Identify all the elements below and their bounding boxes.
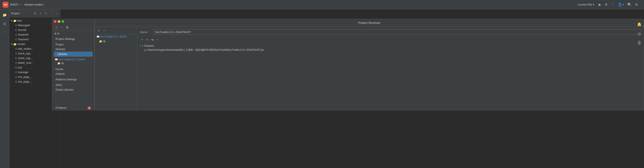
nav-back-button[interactable]: ◀ [54,32,56,35]
traffic-light-yellow[interactable] [58,20,60,23]
structure-left-toolbar: + − [95,27,137,34]
structure-right-panel: Name: + +₀ +▲ − ▾ ♦ Classes ⊠ [137,27,644,110]
more-icon[interactable]: ⋮ [611,3,614,7]
remove-library-button[interactable]: − [60,25,64,30]
library-item-label: DocToolkit-0.0.1-SNAP... [59,58,87,61]
settings-item-libraries[interactable]: Libraries [54,52,93,57]
search-icon[interactable]: 🔍 [628,3,632,7]
app-icon: RO [2,2,8,8]
structure-remove-button[interactable]: − [102,28,107,33]
structure-panel-title: Project Structure [95,19,644,27]
library-folder-icon: 📁 [57,62,60,65]
current-file-label: Current File [578,3,592,6]
project-name[interactable]: ROOT [10,3,18,6]
settings-item-problems[interactable]: Problems 1 [52,106,94,110]
separator: | [22,3,22,6]
name-row: Name: [140,30,641,35]
add-class-button[interactable]: + [140,37,144,42]
lib-folder-icon: 📁 [99,40,102,43]
add-class-option-button[interactable]: +₀ [145,37,149,42]
panel-options-icon[interactable]: ⋮ [49,11,54,16]
classes-section: ▾ ♦ Classes ⊠ /Users/x1ongsec/Downloads/… [140,44,641,52]
classes-expand-icon[interactable]: ▾ [140,45,141,47]
classes-green-icon: ♦ [142,44,143,47]
vc-chevron[interactable]: ▾ [44,4,44,6]
top-bar: RO ROOT ▾ | Version control ▾ Current Fi… [0,0,644,9]
traffic-light-green[interactable] [62,20,64,23]
name-label: Name: [140,31,150,34]
current-file-button[interactable]: Current File ▾ [576,2,596,7]
settings-panel: + − ⧉ ◀ ▶ Project Settings Project Modul… [52,19,94,110]
structure-content: + − 📖 DocToolkit-0.0.1-SNAP... 📁 lib Nam… [95,27,644,110]
settings-item-project[interactable]: Project [52,42,94,47]
icon-sidebar: 📁 ◎ ··· [0,9,9,168]
classes-jar-row[interactable]: ⊠ /Users/x1ongsec/Downloads/铁人三项第一届长城杯半A… [140,48,641,52]
close-panel-icon[interactable]: ✕ [44,11,48,16]
project-panel-title: Project [11,12,32,15]
settings-icon[interactable]: ⚙ [635,3,638,7]
structure-add-button[interactable]: + [96,28,101,33]
play-button[interactable]: ▶ [599,3,601,7]
settings-item-global-libraries[interactable]: Global Libraries [52,87,94,92]
add-library-button[interactable]: + [54,25,58,30]
version-control-label[interactable]: Version control [24,3,42,6]
problems-badge: 1 [88,107,91,109]
settings-toolbar: + − ⧉ [52,24,94,31]
jar-path: /Users/x1ongsec/Downloads/铁人三项第一届长城杯半AWD… [147,48,264,52]
problems-label: Problems [56,106,66,109]
remove-class-button[interactable]: − [155,37,160,42]
structure-lib-item[interactable]: 📁 lib [95,39,137,44]
settings-item-facets[interactable]: Facets [52,67,94,72]
add-user-icon[interactable]: 👤+ [618,3,624,7]
project-settings-section: Project Settings [52,36,94,42]
settings-item-sdks[interactable]: SDKs [52,83,94,87]
current-file-chevron: ▾ [593,3,594,6]
settings-item-modules[interactable]: Modules [52,47,94,52]
copy-library-button[interactable]: ⧉ [65,25,70,30]
library-list: 📖 DocToolkit-0.0.1-SNAP... 📁 lib [52,57,94,66]
platform-settings-section: Platform Settings [52,76,94,83]
expand-icon[interactable]: ⊞ [33,11,37,16]
lib-label: lib [61,62,64,65]
project-title-group: ROOT ▾ | Version control ▾ [10,3,44,6]
sidebar-more-icon[interactable]: ··· [1,28,8,36]
lib-folder-label: lib [103,40,106,43]
sidebar-folder-icon[interactable]: 📁 [1,11,8,19]
library-item-doctoolkit[interactable]: 📖 DocToolkit-0.0.1-SNAP... [54,58,93,61]
settings-titlebar [52,19,94,24]
settings-item-artifacts[interactable]: Artifacts [52,72,94,76]
project-panel-header: Project ⊞ ∧ ✕ ⋮ − [9,9,60,18]
top-bar-action-icons: ▶ ⚙ ⋮ 👤+ 🔍 ⚙ [599,3,638,7]
updates-icon[interactable]: ◎ [636,30,643,38]
structure-doctoolkit-item[interactable]: 📖 DocToolkit-0.0.1-SNAP... [95,34,137,39]
top-bar-center: Current File ▾ ▶ ⚙ ⋮ 👤+ 🔍 ⚙ [320,2,642,7]
settings-nav: ◀ ▶ [52,31,94,36]
right-sidebar: 🔔 ◎ 🗄 [635,19,644,168]
structure-panel: Project Structure + − 📖 DocToolkit-0.0.1… [94,19,644,110]
doctoolkit-label: DocToolkit-0.0.1-SNAP... [100,35,128,38]
traffic-light-red[interactable] [54,20,56,23]
platform-settings-title: Platform Settings [56,78,91,81]
project-settings-title: Project Settings [56,38,91,41]
sidebar-git-icon[interactable]: ◎ [1,20,8,27]
collapse-icon[interactable]: ∧ [38,11,42,16]
project-chevron[interactable]: ▾ [19,4,20,6]
doctoolkit-book-icon: 📖 [96,35,100,38]
main-layout: 📁 ◎ ··· Project ⊞ ∧ ✕ ⋮ − ▾ 📁 dao C Mess… [0,9,644,168]
library-book-icon: 📖 [55,58,58,61]
classes-label: Classes [144,44,154,47]
minimize-panel-icon[interactable]: − [55,11,58,16]
library-item-lib[interactable]: 📁 lib [54,61,93,65]
jar-icon: ⊠ [144,49,146,52]
nav-forward-button[interactable]: ▶ [58,32,60,35]
add-class-up-button[interactable]: +▲ [150,37,154,42]
name-input[interactable] [153,30,641,35]
gear-icon[interactable]: ⚙ [604,3,608,7]
top-bar-left: RO ROOT ▾ | Version control ▾ [2,2,320,8]
database-icon[interactable]: 🗄 [636,39,643,47]
structure-left-panel: + − 📖 DocToolkit-0.0.1-SNAP... 📁 lib [95,27,137,110]
classes-toolbar: + +₀ +▲ − [140,37,641,42]
classes-header: ▾ ♦ Classes [140,44,641,47]
notifications-icon[interactable]: 🔔 [636,21,643,28]
